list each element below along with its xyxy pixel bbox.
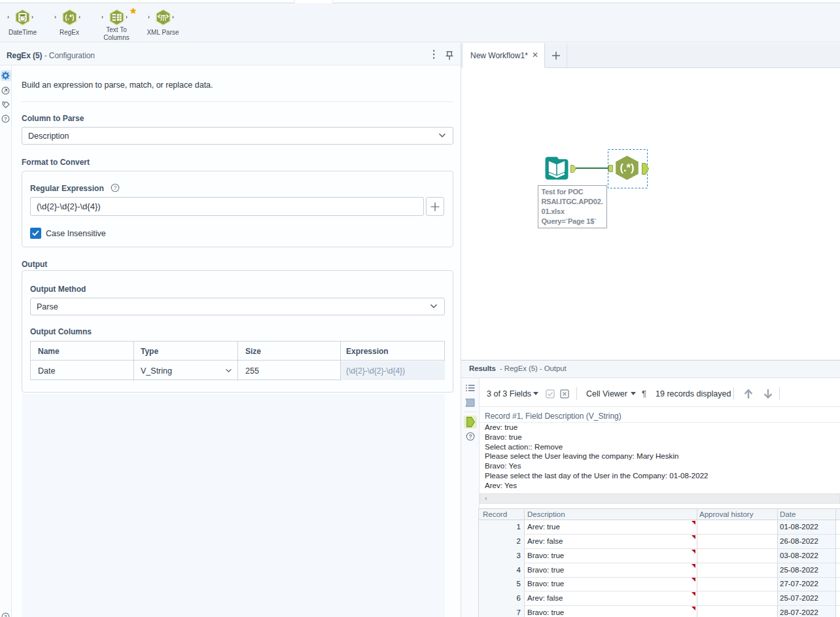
- svg-text:(.*): (.*): [65, 13, 75, 21]
- svg-text:(.*): (.*): [620, 162, 635, 173]
- svg-text:?: ?: [468, 433, 472, 440]
- svg-text:?: ?: [114, 185, 117, 191]
- svg-text:?: ?: [4, 116, 7, 122]
- svg-text:?: ?: [4, 614, 7, 617]
